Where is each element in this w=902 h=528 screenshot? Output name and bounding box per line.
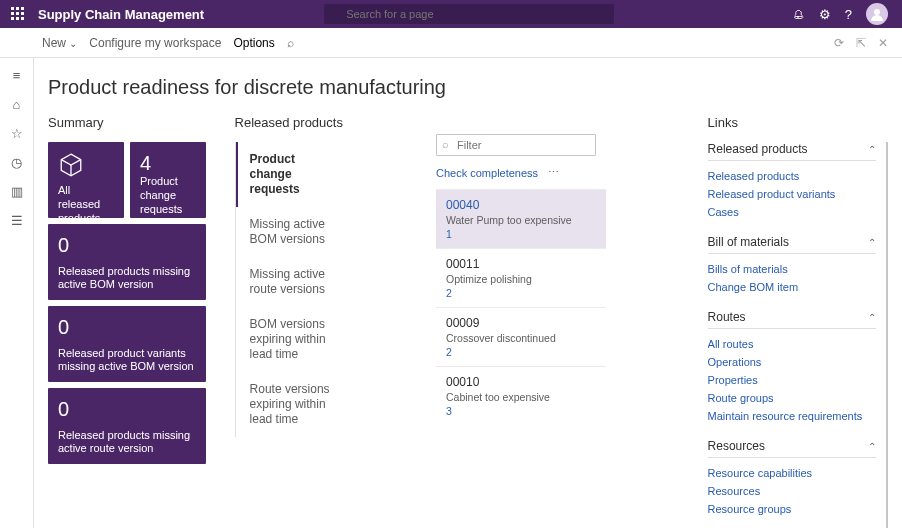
link-item[interactable]: Released products	[708, 167, 876, 185]
item-id: 00010	[446, 375, 596, 389]
item-id: 00009	[446, 316, 596, 330]
item-desc: Crossover discontinued	[446, 332, 596, 344]
link-section-header[interactable]: Routes⌃	[708, 310, 876, 329]
avatar[interactable]	[866, 3, 888, 25]
list-item[interactable]: 00011 Optimize polishing 2	[436, 248, 606, 307]
link-item[interactable]: Resource capabilities	[708, 464, 876, 482]
new-menu[interactable]: New ⌄	[42, 36, 77, 50]
link-section-header[interactable]: Bill of materials⌃	[708, 235, 876, 254]
page-title: Product readiness for discrete manufactu…	[48, 76, 888, 99]
link-section-title: Bill of materials	[708, 235, 789, 249]
item-desc: Cabinet too expensive	[446, 391, 596, 403]
workspaces-icon[interactable]: ▥	[11, 184, 23, 199]
modules-icon[interactable]: ☰	[11, 213, 23, 228]
svg-rect-5	[21, 12, 24, 15]
hamburger-icon[interactable]: ≡	[13, 68, 21, 83]
tab-product-change-requests[interactable]: Product change requests	[236, 142, 346, 207]
link-section-header[interactable]: Resources⌃	[708, 439, 876, 458]
new-label: New	[42, 36, 66, 50]
tile-label: All released products	[58, 184, 114, 225]
product-list-panel: ⌕ Check completeness ⋯ 00040 Water Pump …	[436, 134, 606, 425]
filter-icon: ⌕	[442, 138, 449, 150]
item-count: 3	[446, 405, 596, 417]
links-scroll: Released products⌃ Released products Rel…	[708, 142, 888, 528]
link-item[interactable]: Operations	[708, 353, 876, 371]
summary-heading: Summary	[48, 115, 227, 130]
link-section-bom: Bill of materials⌃ Bills of materials Ch…	[708, 235, 876, 296]
command-bar: New ⌄ Configure my workspace Options ⌕ ⟳…	[0, 28, 902, 58]
chevron-up-icon: ⌃	[868, 144, 876, 155]
check-completeness-link[interactable]: Check completeness	[436, 167, 538, 179]
chevron-up-icon: ⌃	[868, 441, 876, 452]
home-icon[interactable]: ⌂	[13, 97, 21, 112]
options-menu[interactable]: Options	[233, 36, 274, 50]
tab-route-expiring[interactable]: Route versions expiring within lead time	[236, 372, 346, 437]
link-item[interactable]: Cases	[708, 203, 876, 221]
list-item[interactable]: 00010 Cabinet too expensive 3	[436, 366, 606, 425]
help-icon[interactable]: ?	[845, 7, 852, 22]
recent-icon[interactable]: ◷	[11, 155, 22, 170]
link-item[interactable]: Released product variants	[708, 185, 876, 203]
link-section-title: Routes	[708, 310, 746, 324]
top-bar: Supply Chain Management ⌕ 🕭 ⚙ ?	[0, 0, 902, 28]
tile-label: Released product variants missing active…	[58, 347, 196, 375]
link-item[interactable]: Resources	[708, 482, 876, 500]
item-desc: Optimize polishing	[446, 273, 596, 285]
waffle-icon[interactable]	[6, 7, 30, 21]
link-item[interactable]: Route groups	[708, 389, 876, 407]
svg-rect-1	[16, 7, 19, 10]
content-area: Product readiness for discrete manufactu…	[34, 58, 902, 528]
filter-input[interactable]	[436, 134, 596, 156]
chevron-up-icon: ⌃	[868, 312, 876, 323]
cube-icon	[58, 152, 114, 184]
tile-label: Product change requests	[140, 175, 196, 216]
svg-rect-2	[21, 7, 24, 10]
close-icon[interactable]: ✕	[878, 36, 888, 50]
svg-rect-4	[16, 12, 19, 15]
links-column: Links Released products⌃ Released produc…	[708, 115, 888, 528]
chevron-up-icon: ⌃	[868, 237, 876, 248]
chevron-down-icon: ⌄	[69, 38, 77, 49]
tile-variants-missing-bom[interactable]: 0 Released product variants missing acti…	[48, 306, 206, 382]
link-section-title: Released products	[708, 142, 808, 156]
item-desc: Water Pump too expensive	[446, 214, 596, 226]
list-item[interactable]: 00009 Crossover discontinued 2	[436, 307, 606, 366]
tab-bom-expiring[interactable]: BOM versions expiring within lead time	[236, 307, 346, 372]
svg-point-9	[874, 9, 880, 15]
tile-product-change-requests[interactable]: 4 Product change requests	[130, 142, 206, 218]
item-id: 00011	[446, 257, 596, 271]
configure-workspace[interactable]: Configure my workspace	[89, 36, 221, 50]
tile-label: Released products missing active BOM ver…	[58, 265, 196, 293]
item-count: 2	[446, 287, 596, 299]
more-icon[interactable]: ⋯	[548, 166, 559, 179]
open-new-icon[interactable]: ⇱	[856, 36, 866, 50]
link-item[interactable]: Bills of materials	[708, 260, 876, 278]
search-input[interactable]	[324, 4, 614, 24]
notifications-icon[interactable]: 🕭	[792, 7, 805, 22]
tile-missing-bom[interactable]: 0 Released products missing active BOM v…	[48, 224, 206, 300]
tile-value: 0	[58, 316, 196, 339]
link-item[interactable]: Properties	[708, 371, 876, 389]
list-item[interactable]: 00040 Water Pump too expensive 1	[436, 189, 606, 248]
tile-all-released-products[interactable]: All released products	[48, 142, 124, 218]
summary-column: Summary All released products 4 Product …	[48, 115, 227, 528]
links-heading: Links	[708, 115, 888, 130]
refresh-icon[interactable]: ⟳	[834, 36, 844, 50]
favorites-icon[interactable]: ☆	[11, 126, 23, 141]
svg-rect-8	[21, 17, 24, 20]
tab-missing-route-versions[interactable]: Missing active route versions	[236, 257, 346, 307]
toolbar-search-icon[interactable]: ⌕	[287, 36, 294, 50]
link-section-resources: Resources⌃ Resource capabilities Resourc…	[708, 439, 876, 518]
link-item[interactable]: Maintain resource requirements	[708, 407, 876, 425]
tile-missing-route[interactable]: 0 Released products missing active route…	[48, 388, 206, 464]
link-item[interactable]: Resource groups	[708, 500, 876, 518]
link-item[interactable]: All routes	[708, 335, 876, 353]
app-title: Supply Chain Management	[38, 7, 204, 22]
tab-missing-bom-versions[interactable]: Missing active BOM versions	[236, 207, 346, 257]
link-item[interactable]: Change BOM item	[708, 278, 876, 296]
released-products-heading: Released products	[235, 115, 518, 130]
link-section-header[interactable]: Released products⌃	[708, 142, 876, 161]
link-section-title: Resources	[708, 439, 765, 453]
settings-icon[interactable]: ⚙	[819, 7, 831, 22]
item-id: 00040	[446, 198, 596, 212]
